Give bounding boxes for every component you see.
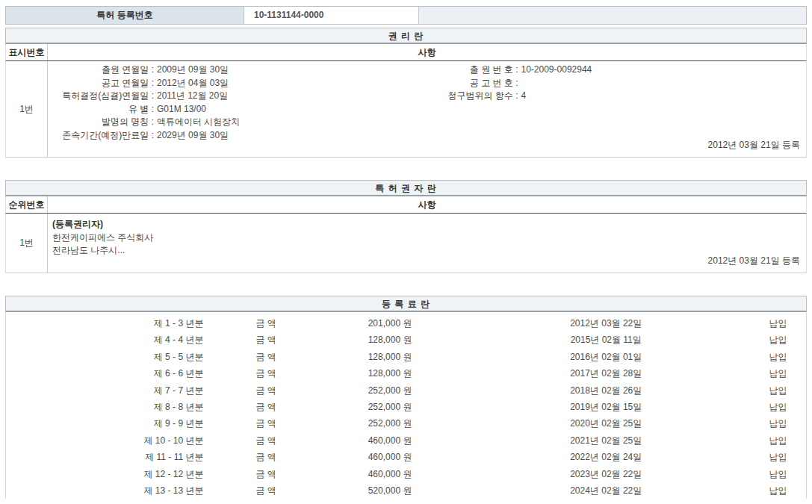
rights-header-row: 표시번호 사항 <box>5 44 807 61</box>
fee-amount: 252,000 원 <box>318 399 462 415</box>
fee-amount-label: 금 액 <box>214 432 317 449</box>
field-label: 발명의 명칭 : <box>48 116 154 129</box>
fee-amount: 460,000 원 <box>318 432 462 449</box>
registration-number-filler <box>419 7 806 24</box>
holder-row-number: 1번 <box>6 214 48 273</box>
field-label: 특허결정(심결)연월일 : <box>48 90 154 103</box>
fee-amount: 252,000 원 <box>318 382 462 399</box>
fee-row: 제 10 - 10 년분 금 액 460,000 원 2021년 02월 25일… <box>6 432 806 449</box>
fee-amount: 128,000 원 <box>318 365 462 382</box>
holder-registered-stamp: 2012년 03월 21일 등록 <box>708 255 800 267</box>
fee-table: 제 1 - 3 년분 금 액 201,000 원 2012년 03월 22일 납… <box>5 312 807 499</box>
field-label: 청구범위의 항수 : <box>427 90 518 103</box>
holder-body-row: 1번 (등록권리자) 한전케이피에스 주식회사 전라남도 나주시... 2012… <box>5 214 807 273</box>
field-line: 공고 연월일 : 2012년 04월 03일 <box>48 77 427 90</box>
fee-paid-date: 2020년 02월 25일 <box>462 415 750 432</box>
fee-paid-status: 납입 <box>750 332 806 348</box>
patent-register-page: 특허 등록번호 10-1131144-0000 권 리 란 표시번호 사항 1번… <box>0 0 812 504</box>
field-value: 2011년 12월 20일 <box>154 90 228 103</box>
holder-details-cell: (등록권리자) 한전케이피에스 주식회사 전라남도 나주시... 2012년 0… <box>48 214 806 273</box>
fee-paid-status: 납입 <box>750 449 806 465</box>
fee-amount-label: 금 액 <box>214 365 317 382</box>
fee-row: 제 8 - 8 년분 금 액 252,000 원 2019년 02월 15일 납… <box>6 399 806 415</box>
field-line: 유 별 : G01M 13/00 <box>48 103 427 116</box>
field-line: 존속기간(예정)만료일 : 2029년 09월 30일 <box>48 129 427 143</box>
fee-paid-status: 납입 <box>750 466 806 482</box>
fee-term: 제 10 - 10 년분 <box>6 432 214 449</box>
field-value: 액튜에이터 시험장치 <box>154 116 240 129</box>
field-value: 2009년 09월 30일 <box>154 63 229 77</box>
field-line: 출원 연월일 : 2009년 09월 30일 <box>48 63 427 77</box>
fee-amount-label: 금 액 <box>214 332 317 348</box>
field-value: 4 <box>518 90 527 103</box>
fee-paid-status: 납입 <box>750 315 806 332</box>
holder-type: (등록권리자) <box>52 218 806 231</box>
fee-paid-status: 납입 <box>750 382 806 399</box>
fee-amount: 128,000 원 <box>318 332 462 348</box>
field-line: 특허결정(심결)연월일 : 2011년 12월 20일 <box>48 90 427 103</box>
fee-paid-date: 2021년 02월 25일 <box>462 432 750 449</box>
fee-paid-date: 2016년 02월 01일 <box>462 349 750 365</box>
field-value: 2012년 04월 03일 <box>154 77 229 90</box>
registration-number-row: 특허 등록번호 10-1131144-0000 <box>5 6 807 25</box>
fee-amount-label: 금 액 <box>214 466 317 482</box>
fee-term: 제 4 - 4 년분 <box>6 332 214 348</box>
fee-paid-date: 2015년 02월 11일 <box>462 332 750 348</box>
holder-header-row: 순위번호 사항 <box>5 196 807 214</box>
rights-registered-stamp: 2012년 03월 21일 등록 <box>708 139 800 152</box>
field-line: 출 원 번 호 : 10-2009-0092944 <box>427 63 807 77</box>
fee-paid-date: 2019년 02월 15일 <box>462 399 750 415</box>
rank-number-header: 순위번호 <box>6 196 48 213</box>
fee-term: 제 13 - 13 년분 <box>6 482 214 499</box>
fee-amount: 460,000 원 <box>318 466 462 482</box>
fee-amount-label: 금 액 <box>214 399 317 415</box>
rights-section-title: 권 리 란 <box>5 28 807 44</box>
fee-term: 제 7 - 7 년분 <box>6 382 214 399</box>
field-value: 2029년 09월 30일 <box>154 129 229 143</box>
fee-amount: 128,000 원 <box>318 349 462 365</box>
registration-number-label: 특허 등록번호 <box>6 7 244 24</box>
field-value <box>518 77 521 90</box>
rights-section: 권 리 란 표시번호 사항 1번 출원 연월일 : 2009년 09월 30일 <box>5 28 807 158</box>
fee-paid-status: 납입 <box>750 415 806 432</box>
fee-row: 제 7 - 7 년분 금 액 252,000 원 2018년 02월 26일 납… <box>6 382 806 399</box>
registration-number-value: 10-1131144-0000 <box>244 7 419 24</box>
field-value: G01M 13/00 <box>154 103 206 116</box>
fee-section: 등 록 료 란 제 1 - 3 년분 금 액 201,000 원 2012년 0… <box>5 296 807 499</box>
fee-row: 제 4 - 4 년분 금 액 128,000 원 2015년 02월 11일 납… <box>6 332 806 348</box>
fee-paid-date: 2012년 03월 22일 <box>462 315 750 332</box>
fee-amount-label: 금 액 <box>214 349 317 365</box>
fee-paid-status: 납입 <box>750 349 806 365</box>
fee-amount-label: 금 액 <box>214 382 317 399</box>
fee-paid-date: 2022년 02월 24일 <box>462 449 750 465</box>
fee-paid-date: 2023년 02월 22일 <box>462 466 750 482</box>
fee-row: 제 12 - 12 년분 금 액 460,000 원 2023년 02월 22일… <box>6 466 806 482</box>
fee-row: 제 6 - 6 년분 금 액 128,000 원 2017년 02월 28일 납… <box>6 365 806 382</box>
fee-amount: 460,000 원 <box>318 449 462 465</box>
field-label: 출 원 번 호 : <box>427 63 518 77</box>
field-value: 10-2009-0092944 <box>518 63 592 77</box>
field-line: 청구범위의 항수 : 4 <box>427 90 807 103</box>
fee-term: 제 9 - 9 년분 <box>6 415 214 432</box>
fee-row: 제 9 - 9 년분 금 액 252,000 원 2020년 02월 25일 납… <box>6 415 806 432</box>
fee-paid-status: 납입 <box>750 482 806 499</box>
fee-row: 제 5 - 5 년분 금 액 128,000 원 2016년 02월 01일 납… <box>6 349 806 365</box>
rights-body-row: 1번 출원 연월일 : 2009년 09월 30일 공고 연월일 : <box>5 61 807 158</box>
fee-paid-status: 납입 <box>750 432 806 449</box>
holder-address: 전라남도 나주시... <box>52 244 806 258</box>
fee-row: 제 11 - 11 년분 금 액 460,000 원 2022년 02월 24일… <box>6 449 806 465</box>
field-label: 존속기간(예정)만료일 : <box>48 129 154 143</box>
fee-section-title: 등 록 료 란 <box>5 296 807 312</box>
fee-term: 제 6 - 6 년분 <box>6 365 214 382</box>
holder-section: 특 허 권 자 란 순위번호 사항 1번 (등록권리자) 한전케이피에스 주식회… <box>5 180 807 273</box>
fee-amount-label: 금 액 <box>214 482 317 499</box>
fee-paid-date: 2017년 02월 28일 <box>462 365 750 382</box>
details-header: 사항 <box>48 196 806 213</box>
fee-paid-date: 2018년 02월 26일 <box>462 382 750 399</box>
field-label: 공고 연월일 : <box>48 77 154 90</box>
fee-paid-status: 납입 <box>750 365 806 382</box>
fee-amount: 201,000 원 <box>318 315 462 332</box>
holder-name: 한전케이피에스 주식회사 <box>52 231 806 245</box>
field-label: 공 고 번 호 : <box>427 77 518 90</box>
rights-left-fields: 출원 연월일 : 2009년 09월 30일 공고 연월일 : 2012년 04… <box>48 63 427 142</box>
